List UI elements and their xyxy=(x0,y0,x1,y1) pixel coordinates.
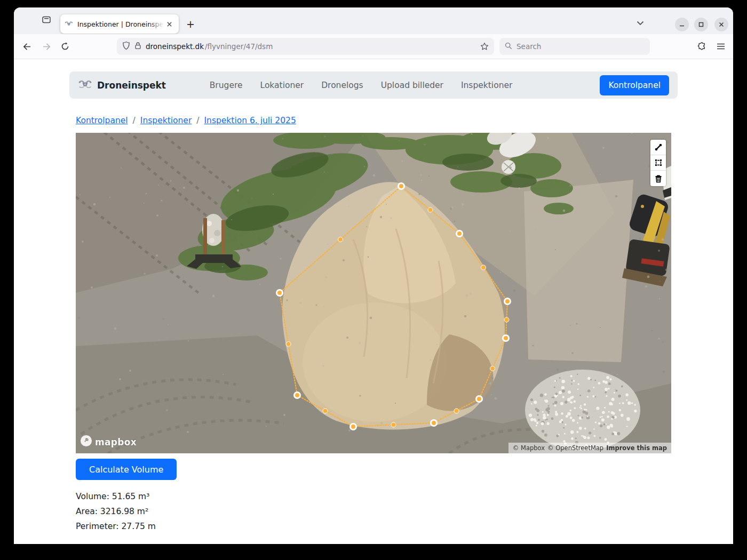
polygon-vertex-center xyxy=(504,336,508,340)
tab-title: Inspektioner | Droneinspekt xyxy=(77,20,164,28)
browser-tab[interactable]: Inspektioner | Droneinspekt xyxy=(60,14,179,34)
map-canvas[interactable]: mapbox © Mapbox © OpenStreetMap Improve … xyxy=(76,133,671,453)
polygon-vertex-center xyxy=(351,425,355,429)
polygon-vertex-center xyxy=(457,231,462,236)
extensions-puzzle-icon[interactable] xyxy=(694,39,709,54)
firefox-view-icon xyxy=(42,15,51,27)
lock-icon[interactable] xyxy=(134,42,141,52)
url-bar[interactable]: droneinspekt.dk/flyvninger/47/dsm xyxy=(117,38,494,55)
drone-icon xyxy=(78,78,92,92)
mapbox-logo-text: mapbox xyxy=(95,437,137,447)
breadcrumb-separator: / xyxy=(196,116,199,125)
firefox-view-button[interactable] xyxy=(39,13,54,28)
attribution-osm-link[interactable]: © OpenStreetMap xyxy=(547,444,603,452)
browser-window: Inspektioner | Droneinspekt + xyxy=(14,7,733,544)
volume-result: Volume: 51.65 m³ xyxy=(76,489,671,504)
close-button[interactable] xyxy=(714,18,728,31)
breadcrumb-inspektion-dato[interactable]: Inspektion 6. juli 2025 xyxy=(204,116,296,125)
polygon-midpoint-handle[interactable] xyxy=(428,207,433,212)
polygon-midpoint-handle[interactable] xyxy=(391,422,396,427)
search-placeholder: Search xyxy=(516,42,541,51)
map-attribution: © Mapbox © OpenStreetMap Improve this ma… xyxy=(508,443,671,453)
polygon-vertex-center xyxy=(277,291,282,295)
draw-line-tool-icon[interactable] xyxy=(650,140,666,155)
shield-icon[interactable] xyxy=(122,41,130,52)
minimize-button[interactable] xyxy=(675,18,689,31)
draw-polygon-tool-icon[interactable] xyxy=(650,155,666,171)
trash-tool-icon[interactable] xyxy=(650,171,666,186)
breadcrumb-separator: / xyxy=(133,116,136,125)
polygon-vertex-center xyxy=(505,299,510,303)
measurement-results: Volume: 51.65 m³ Area: 3216.98 m² Perime… xyxy=(76,489,671,534)
mapbox-logo[interactable]: mapbox xyxy=(80,435,137,449)
brand-name: Droneinspekt xyxy=(97,80,166,91)
polygon-midpoint-handle[interactable] xyxy=(490,366,495,371)
nav-links: Brugere Lokationer Dronelogs Upload bill… xyxy=(210,81,513,90)
nav-link-dronelogs[interactable]: Dronelogs xyxy=(321,81,363,90)
polygon-vertex-center xyxy=(399,184,403,188)
new-tab-button[interactable]: + xyxy=(184,17,197,31)
polygon-vertex-center xyxy=(432,421,436,425)
site-navbar: Droneinspekt Brugere Lokationer Dronelog… xyxy=(69,71,678,99)
brand[interactable]: Droneinspekt xyxy=(78,78,166,92)
bookmark-star-icon[interactable] xyxy=(480,42,489,51)
tab-favicon-drone-icon xyxy=(65,19,73,29)
polygon-midpoint-handle[interactable] xyxy=(323,409,328,413)
breadcrumb-kontrolpanel[interactable]: Kontrolpanel xyxy=(76,116,128,125)
kontrolpanel-button[interactable]: Kontrolpanel xyxy=(600,75,669,95)
measurement-polygon-overlay[interactable] xyxy=(76,133,671,453)
attribution-mapbox-link[interactable]: © Mapbox xyxy=(513,444,545,452)
nav-link-lokationer[interactable]: Lokationer xyxy=(260,81,304,90)
nav-link-inspektioner[interactable]: Inspektioner xyxy=(461,81,512,90)
map-draw-controls xyxy=(650,140,666,186)
reload-button[interactable] xyxy=(58,39,73,54)
calculate-volume-button[interactable]: Calculate Volume xyxy=(76,459,177,480)
area-result: Area: 3216.98 m² xyxy=(76,504,671,519)
polygon-vertex-center xyxy=(295,393,299,397)
attribution-improve-link[interactable]: Improve this map xyxy=(606,444,667,452)
polygon-midpoint-handle[interactable] xyxy=(504,317,509,322)
search-input[interactable]: Search xyxy=(499,38,650,55)
browser-toolbar: droneinspekt.dk/flyvninger/47/dsm Search xyxy=(14,34,733,59)
tab-list-chevron-icon[interactable] xyxy=(634,17,647,29)
nav-link-upload-billeder[interactable]: Upload billeder xyxy=(381,81,443,90)
mapbox-logo-icon xyxy=(80,435,92,449)
forward-button[interactable] xyxy=(39,39,54,54)
page-content: Droneinspekt Brugere Lokationer Dronelog… xyxy=(14,59,733,544)
polygon-midpoint-handle[interactable] xyxy=(338,237,343,242)
polygon-midpoint-handle[interactable] xyxy=(286,342,291,347)
url-host: droneinspekt.dk xyxy=(146,42,204,51)
back-button[interactable] xyxy=(19,39,34,54)
breadcrumb: Kontrolpanel / Inspektioner / Inspektion… xyxy=(76,116,671,125)
breadcrumb-inspektioner[interactable]: Inspektioner xyxy=(140,116,192,125)
perimeter-result: Perimeter: 27.75 m xyxy=(76,519,671,534)
maximize-button[interactable] xyxy=(694,18,708,31)
polygon-midpoint-handle[interactable] xyxy=(454,409,459,413)
menu-hamburger-icon[interactable] xyxy=(713,39,728,54)
tab-close-icon[interactable] xyxy=(164,19,174,29)
browser-titlebar: Inspektioner | Droneinspekt + xyxy=(14,7,733,34)
polygon-vertex-center xyxy=(477,397,481,401)
polygon-midpoint-handle[interactable] xyxy=(481,265,486,270)
polygon-fill xyxy=(280,186,507,427)
search-icon xyxy=(505,42,512,52)
nav-link-brugere[interactable]: Brugere xyxy=(210,81,243,90)
url-path: /flyvninger/47/dsm xyxy=(205,42,273,51)
